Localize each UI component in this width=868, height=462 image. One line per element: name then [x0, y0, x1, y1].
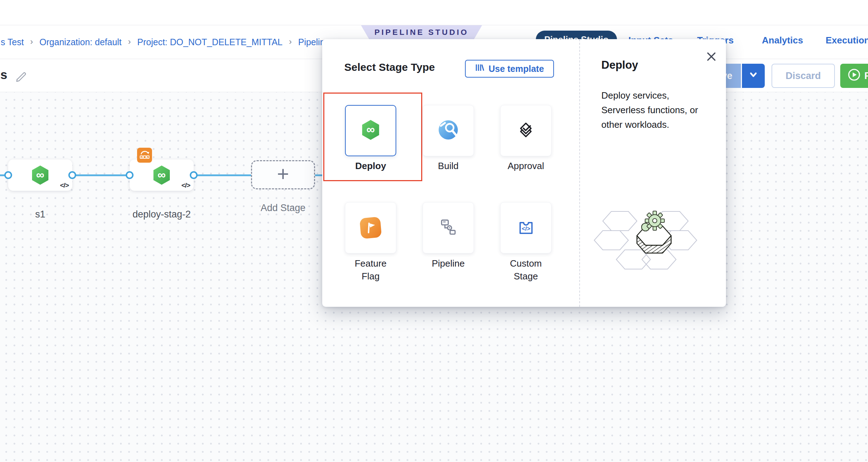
- pipeline-studio-ribbon: PIPELINE STUDIO: [361, 25, 482, 40]
- breadcrumb-separator: ›: [128, 37, 131, 47]
- stage-yaml-icon: </>: [182, 182, 190, 189]
- pipeline-nodes-icon: [438, 217, 459, 239]
- breadcrumb-separator: ›: [289, 37, 292, 47]
- use-template-button[interactable]: Use template: [465, 60, 554, 78]
- breadcrumb-separator: ›: [30, 37, 33, 47]
- stage-type-label-pipeline: Pipeline: [415, 257, 481, 270]
- stage-type-pipeline[interactable]: [423, 202, 474, 253]
- stage-type-deploy[interactable]: ∞: [345, 105, 396, 156]
- breadcrumb-project[interactable]: Project: DO_NOT_DELETE_MITTAL: [137, 37, 283, 47]
- feature-flag-icon: [360, 217, 382, 239]
- save-options-button[interactable]: [741, 64, 765, 88]
- breadcrumb-account[interactable]: s Test: [1, 37, 24, 47]
- add-stage-label: Add Stage: [244, 203, 322, 214]
- breadcrumb: s Test › Organization: default › Project…: [1, 25, 330, 59]
- tab-analytics[interactable]: Analytics: [762, 35, 803, 46]
- tab-execution-history[interactable]: Execution: [826, 35, 868, 46]
- build-ci-icon: [438, 120, 459, 142]
- stage-type-label-deploy: Deploy: [338, 159, 403, 172]
- svg-text:∞: ∞: [366, 123, 375, 136]
- stage-yaml-icon: </>: [60, 182, 69, 189]
- add-stage-button[interactable]: +: [251, 160, 315, 189]
- window-top-strip: [0, 0, 868, 25]
- deploy-hexagon-icon: ∞: [31, 165, 49, 187]
- close-icon[interactable]: [705, 51, 717, 63]
- rolling-deployment-badge-icon: [137, 148, 152, 163]
- stage-detail-description: Deploy services, Serverless functions, o…: [601, 88, 704, 132]
- stage-detail-title: Deploy: [601, 59, 638, 72]
- stage-type-label-approval: Approval: [493, 159, 559, 172]
- svg-text:∞: ∞: [36, 168, 45, 181]
- stage-port[interactable]: [190, 171, 198, 179]
- run-button[interactable]: Run: [840, 64, 868, 88]
- stage-label: deploy-stag-2: [122, 209, 201, 220]
- stage-type-approval[interactable]: [500, 105, 551, 156]
- approval-diamond-check-icon: [516, 120, 536, 142]
- edit-pencil-icon[interactable]: [15, 69, 28, 83]
- stage-type-label-custom-stage: Custom Stage: [500, 257, 551, 283]
- stage-node-s1[interactable]: ∞ </>: [8, 159, 72, 191]
- stage-port[interactable]: [126, 171, 134, 179]
- custom-stage-code-icon: </>: [516, 217, 536, 239]
- svg-text:∞: ∞: [158, 168, 166, 181]
- stage-port[interactable]: [68, 171, 76, 179]
- breadcrumb-organization[interactable]: Organization: default: [40, 37, 122, 47]
- svg-text:</>: </>: [522, 225, 530, 232]
- stage-node-deploy-stag-2[interactable]: ∞ </>: [130, 159, 194, 191]
- select-stage-type-modal: Select Stage Type Use template ∞: [322, 39, 726, 307]
- stage-port[interactable]: [4, 171, 12, 179]
- stage-label: s1: [1, 209, 79, 220]
- modal-divider: [579, 39, 580, 307]
- deploy-hexagon-icon: ∞: [361, 119, 380, 142]
- discard-button[interactable]: Discard: [772, 64, 835, 88]
- template-library-icon: [475, 63, 484, 74]
- stage-type-custom[interactable]: </>: [500, 202, 551, 253]
- play-circle-icon: [847, 68, 861, 84]
- stage-type-build[interactable]: [423, 105, 474, 156]
- stage-type-feature-flag[interactable]: [345, 202, 396, 253]
- deploy-honeycomb-illustration: [594, 206, 715, 283]
- modal-title: Select Stage Type: [344, 61, 435, 73]
- stage-type-label-feature-flag: Feature Flag: [345, 257, 396, 283]
- pipeline-name: s: [0, 68, 7, 82]
- stage-type-label-build: Build: [415, 159, 481, 172]
- deploy-hexagon-icon: ∞: [152, 165, 171, 187]
- chevron-down-icon: [748, 71, 759, 80]
